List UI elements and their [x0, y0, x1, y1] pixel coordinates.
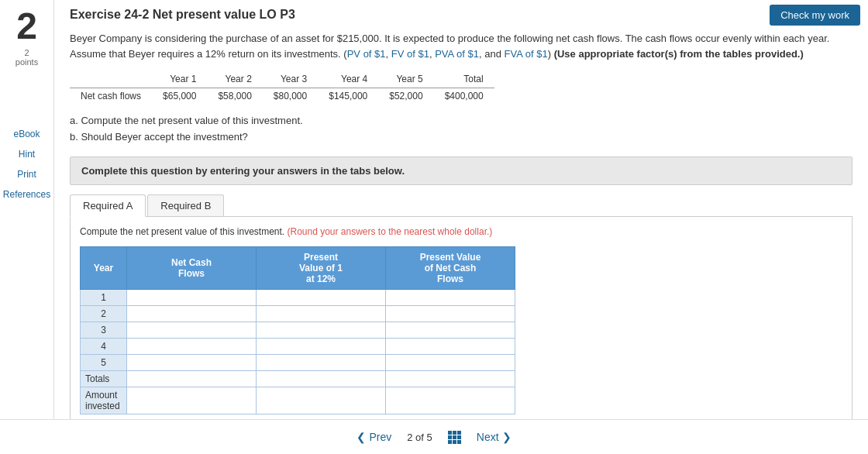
sidebar-item-references[interactable]: References — [3, 189, 50, 200]
npv-pv-flows-2[interactable] — [386, 305, 515, 322]
npv-col-year: Year — [81, 246, 127, 289]
part-b: b. Should Beyer accept the investment? — [70, 129, 852, 146]
npv-year-5: 5 — [81, 354, 127, 370]
npv-pv-factor-4[interactable] — [257, 338, 386, 354]
npv-net-cash-5[interactable] — [127, 354, 257, 370]
npv-year-1: 1 — [81, 289, 127, 305]
npv-row-3: 3 — [81, 322, 515, 338]
npv-pv-factor-input-4[interactable] — [261, 341, 381, 352]
tab-required-a[interactable]: Required A — [70, 194, 146, 217]
npv-amount-invested-input[interactable] — [132, 395, 251, 406]
npv-amount-invested-flows-input[interactable] — [391, 395, 510, 406]
npv-net-cash-input-1[interactable] — [132, 292, 251, 303]
npv-row-1: 1 — [81, 289, 515, 305]
cash-flow-table: Year 1 Year 2 Year 3 Year 4 Year 5 Total… — [70, 71, 494, 104]
tab-instruction: Compute the net present value of this in… — [80, 226, 842, 237]
grid-icon[interactable] — [448, 431, 461, 444]
next-label: Next — [477, 431, 499, 443]
check-my-work-button[interactable]: Check my work — [770, 5, 860, 26]
npv-pv-flows-input-3[interactable] — [391, 325, 510, 335]
npv-totals-net-cash[interactable] — [127, 370, 257, 387]
pva-link[interactable]: PVA of $1 — [435, 48, 479, 60]
npv-net-cash-input-5[interactable] — [132, 357, 251, 368]
cash-flow-year4: $145,000 — [318, 88, 378, 105]
col-header-year1: Year 1 — [152, 71, 207, 88]
npv-totals-pv-flows-input[interactable] — [391, 373, 510, 384]
npv-pv-factor-2[interactable] — [257, 305, 386, 322]
cash-flow-label: Net cash flows — [70, 88, 152, 105]
npv-pv-flows-input-4[interactable] — [391, 341, 510, 352]
npv-net-cash-3[interactable] — [127, 322, 257, 338]
npv-amount-invested-net[interactable] — [127, 387, 257, 414]
content-area: Exercise 24-2 Net present value LO P3 Be… — [54, 0, 868, 454]
part-a: a. Compute the net present value of this… — [70, 113, 852, 129]
npv-col-pv-flows: Present Valueof Net CashFlows — [386, 246, 515, 289]
npv-net-cash-input-3[interactable] — [132, 325, 251, 335]
npv-pv-flows-input-1[interactable] — [391, 292, 510, 303]
tab-instruction-round: (Round your answers to the nearest whole… — [287, 226, 492, 237]
npv-pv-flows-1[interactable] — [386, 289, 515, 305]
npv-totals-pv-factor — [257, 370, 386, 387]
npv-amount-row: Amount invested — [81, 387, 515, 414]
next-arrow-icon: ❯ — [502, 431, 512, 443]
col-header-label — [70, 71, 152, 88]
pv-link[interactable]: PV of $1 — [347, 48, 386, 60]
col-header-year3: Year 3 — [263, 71, 318, 88]
prev-button[interactable]: ❮ Prev — [356, 431, 391, 443]
main-layout: 2 2points eBook Hint Print References Ex… — [0, 0, 868, 454]
bold-instruction: (Use appropriate factor(s) from the tabl… — [554, 48, 804, 60]
problem-text-content: Beyer Company is considering the purchas… — [70, 33, 829, 60]
npv-pv-flows-5[interactable] — [386, 354, 515, 370]
npv-pv-factor-input-3[interactable] — [261, 325, 381, 335]
npv-net-cash-4[interactable] — [127, 338, 257, 354]
npv-net-cash-input-2[interactable] — [132, 308, 251, 319]
npv-table: Year Net CashFlows PresentValue of 1at 1… — [80, 246, 515, 414]
exercise-title: Exercise 24-2 Net present value LO P3 — [70, 8, 852, 22]
tab-required-b[interactable]: Required B — [147, 194, 224, 216]
npv-col-net-cash: Net CashFlows — [127, 246, 257, 289]
sidebar-item-hint[interactable]: Hint — [19, 149, 35, 160]
npv-pv-factor-5[interactable] — [257, 354, 386, 370]
npv-totals-net-cash-input[interactable] — [132, 373, 251, 384]
npv-net-cash-input-4[interactable] — [132, 341, 251, 352]
npv-pv-flows-input-5[interactable] — [391, 357, 510, 368]
npv-pv-factor-input-5[interactable] — [261, 357, 381, 368]
tabs-container: Required A Required B — [70, 194, 852, 217]
cash-flow-total: $400,000 — [434, 88, 494, 105]
top-bar: Check my work — [762, 0, 868, 30]
fv-link[interactable]: FV of $1 — [391, 48, 429, 60]
npv-year-2: 2 — [81, 305, 127, 322]
npv-pv-factor-3[interactable] — [257, 322, 386, 338]
fva-link[interactable]: FVA of $1 — [505, 48, 548, 60]
points-label: 2points — [16, 48, 38, 67]
npv-amount-invested-label: Amount invested — [81, 387, 127, 414]
npv-net-cash-2[interactable] — [127, 305, 257, 322]
npv-pv-factor-1[interactable] — [257, 289, 386, 305]
question-number: 2 — [16, 8, 37, 45]
cash-flow-year1: $65,000 — [152, 88, 207, 105]
col-header-total: Total — [434, 71, 494, 88]
sidebar-item-ebook[interactable]: eBook — [13, 129, 40, 139]
col-header-year2: Year 2 — [207, 71, 262, 88]
npv-totals-row: Totals — [81, 370, 515, 387]
sidebar-links: eBook Hint Print References — [3, 129, 50, 200]
npv-row-4: 4 — [81, 338, 515, 354]
npv-year-4: 4 — [81, 338, 127, 354]
npv-net-cash-1[interactable] — [127, 289, 257, 305]
sidebar-item-print[interactable]: Print — [17, 169, 36, 180]
bottom-nav: ❮ Prev 2 of 5 Next ❯ — [0, 419, 868, 454]
npv-row-2: 2 — [81, 305, 515, 322]
npv-amount-invested-flows[interactable] — [386, 387, 515, 414]
npv-pv-flows-input-2[interactable] — [391, 308, 510, 319]
cash-flow-year5: $52,000 — [378, 88, 433, 105]
npv-amount-invested-factor — [257, 387, 386, 414]
npv-pv-factor-input-2[interactable] — [261, 308, 381, 319]
npv-pv-factor-input-1[interactable] — [261, 292, 381, 303]
left-sidebar: 2 2points eBook Hint Print References — [0, 0, 54, 454]
next-button[interactable]: Next ❯ — [477, 431, 512, 443]
npv-totals-pv-flows[interactable] — [386, 370, 515, 387]
col-header-year5: Year 5 — [378, 71, 433, 88]
npv-row-5: 5 — [81, 354, 515, 370]
npv-pv-flows-4[interactable] — [386, 338, 515, 354]
npv-pv-flows-3[interactable] — [386, 322, 515, 338]
